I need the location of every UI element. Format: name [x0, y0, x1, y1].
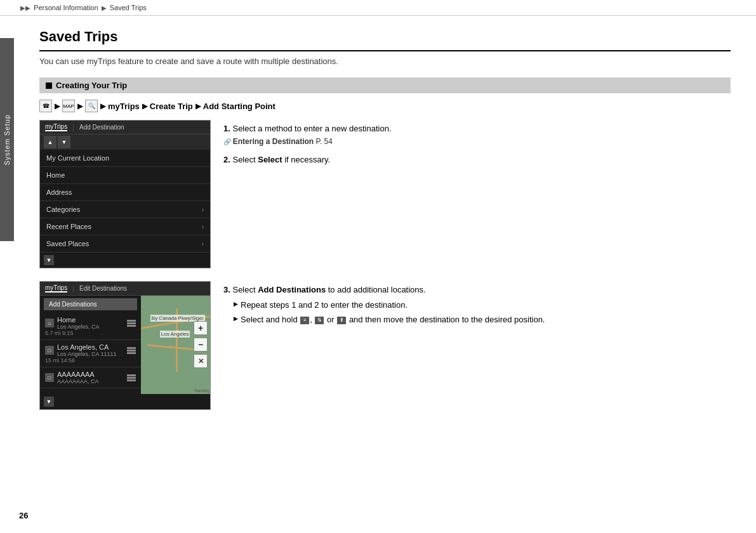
- chevron-saved: ›: [202, 240, 204, 247]
- screen-mock-2: myTrips | Edit Destinations Add Destinat…: [39, 281, 211, 410]
- phone-icon: ☎: [39, 100, 52, 112]
- section-title: Creating Your Trip: [56, 81, 127, 90]
- route-name-aaa: AAAAAAAA: [57, 371, 99, 378]
- sort-icon-1: ≡: [300, 317, 309, 324]
- nav-add-starting-point: Add Starting Point: [203, 102, 275, 111]
- step1-ref: Entering a Destination P. 54: [223, 137, 333, 146]
- screenshot-2: myTrips | Edit Destinations Add Destinat…: [39, 281, 211, 410]
- bullet-2: Select and hold ≡, ⇅ or ⬆ and then move …: [234, 313, 731, 326]
- search-icon: 🔍: [85, 100, 98, 112]
- step3-num: 3.: [223, 285, 230, 294]
- route-sub-la: Los Angeles, CA 11111: [57, 351, 117, 357]
- screen-tab-add-destination[interactable]: Add Destination: [79, 124, 124, 131]
- step1-text: Select a method to enter a new destinati…: [232, 124, 391, 133]
- list-item-current-location[interactable]: My Current Location: [40, 150, 210, 167]
- nav-arrow5: ▶: [196, 102, 201, 110]
- instructions-col-3: 3. Select Add Destinations to add additi…: [223, 281, 731, 410]
- map-copyright: Navteq: [195, 388, 209, 393]
- home-icon: ⌂: [45, 319, 54, 327]
- screen-left-panel: Add Destinations ⌂ Home Los Angeles, CA: [40, 296, 141, 394]
- breadcrumb-item1: Personal Information: [34, 4, 98, 11]
- nav-arrow3: ▶: [100, 102, 105, 110]
- route-item-home[interactable]: ⌂ Home Los Angeles, CA: [40, 313, 141, 340]
- intro-text: You can use myTrips feature to create an…: [39, 56, 731, 66]
- bullet-1: Repeat steps 1 and 2 to enter the destin…: [234, 299, 731, 312]
- step2-text: Select Select if necessary.: [232, 155, 330, 164]
- main-content: Saved Trips You can use myTrips feature …: [14, 16, 756, 435]
- list-item-recent-places[interactable]: Recent Places ›: [40, 218, 210, 235]
- list-item-address[interactable]: Address: [40, 184, 210, 201]
- route-item-aaa[interactable]: □ AAAAAAAA AAAAAAAA, CA: [40, 367, 141, 388]
- nav-up-btn[interactable]: ▲: [44, 136, 56, 148]
- route-sub-aaa: AAAAAAAA, CA: [57, 378, 99, 385]
- step1-num: 1.: [223, 124, 230, 133]
- step-2: 2. Select Select if necessary.: [223, 154, 731, 166]
- sort-icons-home: [127, 320, 136, 327]
- bullet1-text: Repeat steps 1 and 2 to enter the destin…: [241, 299, 408, 312]
- route-sub-home: Los Angeles, CA: [57, 324, 100, 330]
- screen-nav-arrows-1: ▲ ▼: [40, 135, 210, 150]
- screen-mock-1: myTrips | Add Destination ▲ ▼ My Current…: [39, 120, 211, 268]
- sidebar-tab: System Setup: [0, 38, 14, 241]
- location-icon: □: [45, 346, 54, 355]
- list-item-home[interactable]: Home: [40, 167, 210, 184]
- map-close-btn[interactable]: ✕: [194, 354, 208, 368]
- screen-split: Add Destinations ⌂ Home Los Angeles, CA: [40, 296, 210, 394]
- step-3: 3. Select Add Destinations to add additi…: [223, 284, 731, 326]
- breadcrumb-arrow1: ▶▶: [20, 4, 30, 11]
- screen2-tab-edit[interactable]: Edit Destinations: [79, 285, 127, 292]
- chevron-recent: ›: [202, 223, 204, 230]
- sidebar-label: System Setup: [3, 114, 11, 165]
- sort-icon-3: ⬆: [337, 317, 346, 324]
- screen-topbar-2: myTrips | Edit Destinations: [40, 282, 210, 296]
- sort-icons-aaa: [127, 374, 136, 381]
- nav-bottom-arrow-2[interactable]: ▼: [44, 397, 54, 407]
- map-label-la: Los Angeles: [160, 331, 190, 338]
- nav-create-trip: Create Trip: [150, 102, 193, 111]
- nav-arrow2: ▶: [77, 102, 83, 110]
- content-row-2: myTrips | Edit Destinations Add Destinat…: [39, 281, 731, 410]
- screen2-tab-mytrips[interactable]: myTrips: [45, 284, 67, 293]
- location-icon-2: □: [45, 373, 54, 382]
- section-header: Creating Your Trip: [39, 77, 731, 93]
- map-icon: MAP: [62, 100, 75, 112]
- nav-arrow1: ▶: [55, 102, 60, 110]
- step2-num: 2.: [223, 155, 230, 164]
- list-item-categories[interactable]: Categories ›: [40, 201, 210, 218]
- sort-icon-2: ⇅: [315, 317, 324, 324]
- map-panel: By Canada Pkwy/Siger Los Angeles + − ✕ N…: [141, 296, 210, 394]
- breadcrumb: ▶▶ Personal Information ▶ Saved Trips: [0, 0, 756, 16]
- breadcrumb-arrow2: ▶: [102, 4, 107, 11]
- step-1: 1. Select a method to enter a new destin…: [223, 122, 731, 147]
- chevron-categories: ›: [202, 206, 204, 213]
- add-destinations-btn[interactable]: Add Destinations: [44, 298, 137, 310]
- route-item-la[interactable]: □ Los Angeles, CA Los Angeles, CA 11111: [40, 340, 141, 367]
- nav-arrow4: ▶: [142, 102, 147, 110]
- nav-path: ☎ ▶ MAP ▶ 🔍 ▶ myTrips ▶ Create Trip ▶ Ad…: [39, 100, 731, 112]
- bullet2-text: Select and hold ≡, ⇅ or ⬆ and then move …: [241, 313, 545, 326]
- nav-down-btn[interactable]: ▼: [58, 136, 70, 148]
- instructions-col-1: 1. Select a method to enter a new destin…: [223, 120, 731, 268]
- route-name-la: Los Angeles, CA: [57, 343, 117, 351]
- route-meta-home: 5.7 mi 9:15: [45, 330, 136, 336]
- sort-icons-la: [127, 347, 136, 354]
- page-title: Saved Trips: [39, 29, 731, 51]
- screen-nav-bottom-2: ▼: [40, 394, 210, 409]
- route-meta-la: 15 mi 14:56: [45, 357, 136, 364]
- zoom-in-btn[interactable]: +: [194, 321, 208, 335]
- screenshot-1: myTrips | Add Destination ▲ ▼ My Current…: [39, 120, 211, 268]
- nav-bottom-arrow[interactable]: ▼: [44, 255, 54, 265]
- screen-tab-mytrips[interactable]: myTrips: [45, 123, 67, 131]
- content-row-1: myTrips | Add Destination ▲ ▼ My Current…: [39, 120, 731, 268]
- nav-mytrips: myTrips: [108, 102, 140, 111]
- route-name-home: Home: [57, 316, 100, 324]
- map-road-2: [147, 345, 198, 351]
- section-marker: [46, 82, 52, 89]
- zoom-out-btn[interactable]: −: [194, 338, 208, 352]
- step3-text: Select Add Destinations to add additiona…: [232, 285, 425, 294]
- breadcrumb-item2: Saved Trips: [110, 4, 147, 11]
- page-number: 26: [19, 511, 28, 520]
- list-item-saved-places[interactable]: Saved Places ›: [40, 235, 210, 253]
- screen-topbar-1: myTrips | Add Destination: [40, 121, 210, 135]
- screen-nav-bottom-1: ▼: [40, 253, 210, 268]
